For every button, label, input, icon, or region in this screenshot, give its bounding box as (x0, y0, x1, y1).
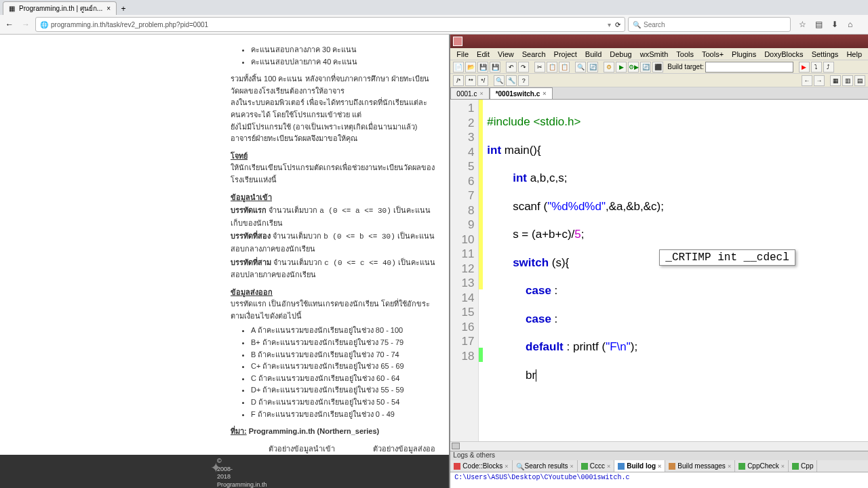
menu-doxyblocks[interactable]: DoxyBlocks (761, 49, 806, 59)
section-heading: โจทย์ (231, 150, 435, 163)
log-tab-search[interactable]: 🔍Search results× (513, 460, 578, 472)
url-text: programming.in.th/task/rev2_problem.php?… (51, 21, 608, 28)
menu-debug[interactable]: Debug (606, 49, 635, 59)
menu-tools[interactable]: Tools (673, 49, 697, 59)
build-icon[interactable]: ⚙ (604, 62, 614, 73)
search-bar[interactable]: 🔍 (628, 17, 791, 32)
back-button[interactable]: ← (3, 18, 16, 31)
help-icon[interactable]: ? (518, 75, 529, 86)
page-content: คะแนนสอบกลางภาค 30 คะแนน คะแนนสอบปลายภาค… (0, 35, 449, 488)
menu-toolsplus[interactable]: Tools+ (698, 49, 727, 59)
dropdown-icon[interactable]: ▾ (608, 21, 611, 28)
abort-icon[interactable]: ⬛ (652, 62, 663, 73)
log-tab-buildlog[interactable]: Build log× (614, 460, 665, 472)
open-icon[interactable]: 📂 (465, 62, 476, 73)
section-heading: ข้อมูลนำเข้า (231, 192, 435, 204)
debug-step-icon[interactable]: ⤵ (811, 62, 822, 73)
editor-tabs: 0001.c× *0001switch.c× (450, 87, 868, 100)
forward-button[interactable]: → (19, 18, 33, 31)
code-area[interactable]: #include <stdio.h> int main(){ int a,b,c… (483, 100, 668, 441)
log-tab-cccc[interactable]: Cccc× (578, 460, 615, 472)
grade-item: D+ ถ้าคะแนนรวมของนักเรียนอยู่ในช่วง 55 -… (251, 384, 435, 396)
menu-view[interactable]: View (494, 49, 517, 59)
menu-help[interactable]: Help (843, 49, 865, 59)
input-spec: บรรทัดที่สอง จำนวนเต็มบวก b (0 <= b <= 3… (231, 230, 435, 255)
star-icon[interactable]: ☆ (799, 20, 810, 29)
comment2-icon[interactable]: ** (465, 75, 476, 86)
menu-settings[interactable]: Settings (808, 49, 842, 59)
grade-item: C+ ถ้าคะแนนรวมของนักเรียนอยู่ในช่วง 65 -… (251, 361, 435, 373)
score-item: คะแนนสอบกลางภาค 30 คะแนน (251, 44, 435, 56)
debug-next-icon[interactable]: ⤴ (823, 62, 834, 73)
source-value: Programming.in.th (Northern_series) (249, 427, 380, 435)
nav-bar: ← → 🌐 programming.in.th/task/rev2_proble… (0, 15, 868, 34)
redo-icon[interactable]: ↷ (518, 62, 529, 73)
close-icon[interactable]: × (542, 90, 546, 97)
reload-icon[interactable]: ⟳ (615, 21, 620, 28)
url-bar[interactable]: 🌐 programming.in.th/task/rev2_problem.ph… (35, 17, 625, 32)
menu-file[interactable]: File (453, 49, 472, 59)
copy-icon[interactable]: 📋 (547, 62, 557, 73)
log-tab-codeblocks[interactable]: Code::Blocks× (450, 460, 512, 472)
debug-run-icon[interactable]: ▶ (799, 62, 810, 73)
paragraph: ให้นักเรียนเขียนโปรแกรมตัดเกรดเพื่อช่วยง… (231, 162, 435, 186)
score-item: คะแนนสอบปลายภาค 40 คะแนน (251, 56, 435, 68)
close-icon[interactable]: × (106, 5, 111, 12)
close-icon[interactable]: × (479, 90, 483, 97)
layout-icon[interactable]: ▦ (830, 75, 841, 86)
layout2-icon[interactable]: ▥ (842, 75, 853, 86)
library-icon[interactable]: ▤ (815, 20, 826, 29)
horizontal-scrollbar[interactable] (450, 441, 868, 451)
comment3-icon[interactable]: */ (477, 75, 488, 86)
search-input[interactable] (644, 21, 786, 28)
scrollbar-thumb[interactable] (452, 443, 460, 449)
editor-tab-0001switch[interactable]: *0001switch.c× (490, 87, 553, 99)
window-titlebar[interactable] (450, 35, 868, 48)
comment-icon[interactable]: /* (453, 75, 464, 86)
save-all-icon[interactable]: 💾 (490, 62, 500, 73)
new-tab-button[interactable]: + (117, 3, 130, 15)
logs-header[interactable]: Logs & others (450, 451, 868, 460)
tab-title: Programming.in.th | ศูนย์ก... (19, 3, 102, 14)
toolbar-right: ☆ ▤ ⬇ ⌂ (793, 20, 864, 29)
tool-icon[interactable]: 🔧 (506, 75, 517, 86)
run-icon[interactable]: ▶ (616, 62, 627, 73)
paste-icon[interactable]: 📋 (559, 62, 570, 73)
cut-icon[interactable]: ✂ (534, 62, 545, 73)
editor-tab-0001[interactable]: 0001.c× (450, 87, 489, 99)
find-icon[interactable]: 🔍 (575, 62, 586, 73)
zoom-icon[interactable]: 🔍 (494, 75, 505, 86)
browser-tab[interactable]: ▦ Programming.in.th | ศูนย์ก... × (3, 1, 117, 15)
menu-build[interactable]: Build (582, 49, 605, 59)
footer-logo: ✦ (210, 459, 222, 476)
log-tab-buildmsg[interactable]: Build messages× (665, 460, 735, 472)
build-run-icon[interactable]: ⚙▶ (628, 62, 639, 73)
rebuild-icon[interactable]: 🔄 (640, 62, 651, 73)
menu-project[interactable]: Project (551, 49, 580, 59)
app-icon (453, 37, 462, 46)
log-tab-cpp[interactable]: Cpp (789, 460, 817, 472)
menu-wxsmith[interactable]: wxSmith (637, 49, 672, 59)
log-tab-cppcheck[interactable]: CppCheck× (735, 460, 789, 472)
menu-search[interactable]: Search (519, 49, 549, 59)
nav-fwd-icon[interactable]: → (814, 75, 825, 86)
download-icon[interactable]: ⬇ (831, 20, 842, 29)
undo-icon[interactable]: ↶ (506, 62, 517, 73)
replace-icon[interactable]: 🔄 (587, 62, 598, 73)
grade-item: F ถ้าคะแนนรวมของนักเรียนอยู่ในช่วง 0 - 4… (251, 409, 435, 421)
menu-edit[interactable]: Edit (473, 49, 493, 59)
menu-plugins[interactable]: Plugins (728, 49, 760, 59)
line-gutter: 123456789101112131415161718 (450, 100, 479, 441)
grade-item: B ถ้าคะแนนรวมของนักเรียนอยู่ในช่วง 70 - … (251, 349, 435, 361)
layout3-icon[interactable]: ▤ (854, 75, 865, 86)
paragraph: ลงในระบบคอมพิวเตอร์ เพื่อจะได้ทราบถึงเกร… (231, 97, 435, 121)
grade-item: D ถ้าคะแนนรวมของนักเรียนอยู่ในช่วง 50 - … (251, 396, 435, 409)
nav-back-icon[interactable]: ← (802, 75, 812, 86)
new-file-icon[interactable]: 📄 (453, 62, 464, 73)
home-icon[interactable]: ⌂ (848, 20, 859, 29)
code-editor[interactable]: 123456789101112131415161718 #include <st… (450, 100, 868, 441)
build-target-dropdown[interactable] (705, 62, 793, 73)
build-target-label: Build target: (667, 63, 703, 70)
save-icon[interactable]: 💾 (477, 62, 488, 73)
search-icon: 🔍 (633, 21, 641, 28)
